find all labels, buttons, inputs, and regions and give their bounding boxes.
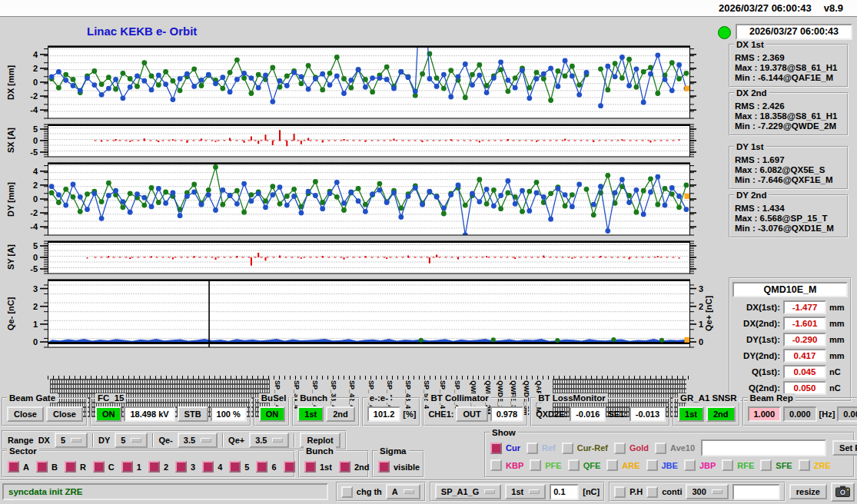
bunch-2nd-checkbox[interactable] [339, 461, 350, 472]
sector-c-checkbox[interactable] [93, 461, 105, 472]
y-axis-label-sy: SY [A] [6, 240, 15, 274]
stat-min-label: Min : [735, 121, 758, 131]
show-cur-checkbox[interactable] [490, 443, 502, 454]
show-gold-toggle[interactable]: Gold [614, 443, 649, 454]
stat-max: Max : 19.378@S8_61_H1 [735, 63, 844, 72]
bunch-2nd-toggle[interactable]: 2nd [339, 461, 370, 472]
sector-6-toggle[interactable]: 6 [256, 461, 276, 472]
conti-toggle[interactable]: conti [646, 486, 682, 498]
sector-1-checkbox[interactable] [121, 461, 133, 472]
panel-fc-15: FC_15ON18.498 kVSTB100 % [90, 397, 251, 426]
show-cur-ref-toggle[interactable]: Cur-Ref [562, 443, 608, 454]
show-gold-checkbox[interactable] [614, 443, 626, 454]
gr-a1-snsr-1st-button[interactable]: 1st [678, 406, 704, 422]
show-zre-checkbox[interactable] [799, 459, 810, 471]
show-jbe-checkbox[interactable] [646, 459, 658, 471]
count-input[interactable] [732, 484, 780, 500]
ref-name-input[interactable] [701, 439, 826, 456]
sigma-visible-checkbox[interactable] [378, 461, 390, 472]
ph-toggle[interactable]: P.H [614, 486, 643, 498]
beam-gate-close-button[interactable]: Close [46, 406, 83, 422]
threshold-a-select[interactable]: A [386, 484, 420, 499]
sector-4-checkbox[interactable] [202, 461, 214, 472]
range-qe-select[interactable]: 3.5 [249, 433, 289, 448]
conti-checkbox[interactable] [646, 486, 658, 498]
range-qe-select[interactable]: 3.5 [178, 433, 218, 448]
fc-15-on-button[interactable]: ON [95, 406, 122, 422]
sector-6-checkbox[interactable] [256, 461, 267, 472]
bunch-order-select[interactable]: 1st [505, 484, 546, 499]
sector-5-toggle[interactable]: 5 [229, 461, 249, 472]
show-rfe-checkbox[interactable] [722, 459, 733, 471]
show-jbp-toggle[interactable]: JBP [684, 459, 716, 471]
panel-title-busel: BuSel [259, 393, 289, 403]
show-ave10-toggle[interactable]: Ave10 [655, 443, 695, 454]
bt-collimator-out-button[interactable]: OUT [456, 406, 487, 422]
show-qfe-checkbox[interactable] [568, 459, 580, 471]
sector-b-toggle[interactable]: B [36, 461, 58, 472]
sector-a-toggle[interactable]: A [8, 461, 29, 472]
ph-checkbox[interactable] [614, 486, 626, 498]
sector-b-checkbox[interactable] [36, 461, 48, 472]
sector-r-checkbox[interactable] [65, 461, 76, 472]
stat-min-label: Min : [735, 175, 758, 184]
range-dy-value: 5 [121, 436, 125, 445]
sector-4-toggle[interactable]: 4 [202, 461, 222, 472]
show-cur-ref-checkbox[interactable] [562, 443, 573, 454]
sector-2-toggle[interactable]: 2 [148, 461, 168, 472]
sensor-select[interactable]: SP_A1_G [435, 484, 502, 499]
interval-value: 300 [692, 487, 706, 496]
sector-3-checkbox[interactable] [175, 461, 187, 472]
bunch-1st-button[interactable]: 1st [297, 406, 324, 422]
show-kbp-checkbox[interactable] [490, 459, 502, 471]
sector-2-checkbox[interactable] [148, 461, 160, 472]
svg-text:3: 3 [699, 284, 703, 293]
chg-th-checkbox[interactable] [341, 486, 353, 498]
stat-box-dy-1st: DY 1stRMS : 1.697Max : 6.082@QX5E_SMin :… [729, 146, 849, 190]
bunch-2nd-button[interactable]: 2nd [326, 406, 355, 422]
bt-lossmonitor-se1-value: SE1: [608, 410, 626, 419]
show-sfe-toggle[interactable]: SFE [760, 459, 792, 471]
show-ave10-checkbox[interactable] [655, 443, 666, 454]
show-rfe-toggle[interactable]: RFE [722, 459, 754, 471]
show-are-checkbox[interactable] [606, 459, 618, 471]
sigma-visible-toggle[interactable]: visible [378, 461, 420, 472]
sector-a-checkbox[interactable] [8, 461, 19, 472]
show-ref-toggle[interactable]: Ref [526, 443, 556, 454]
interval-select[interactable]: 300 [686, 484, 728, 499]
fc-15-stb-button[interactable]: STB [178, 406, 208, 422]
show-pfe-toggle[interactable]: PFE [530, 459, 561, 471]
range-dx-select[interactable]: 5 [55, 433, 88, 448]
screenshot-button[interactable] [831, 482, 855, 502]
show-jbe-toggle[interactable]: JBE [646, 459, 678, 471]
show-pfe-checkbox[interactable] [530, 459, 541, 471]
show-are-toggle[interactable]: ARE [606, 459, 639, 471]
show-ref-checkbox[interactable] [526, 443, 538, 454]
gr-a1-snsr-2nd-button[interactable]: 2nd [706, 406, 736, 422]
chg-th-toggle[interactable]: chg th [341, 486, 382, 498]
panel-title-bt-collimator: BT Collimator [428, 393, 490, 403]
resize-button[interactable]: resize [789, 484, 827, 499]
sector-5-checkbox[interactable] [229, 461, 241, 472]
busel-on-button[interactable]: ON [259, 406, 286, 422]
show-qfe-toggle[interactable]: QFE [568, 459, 601, 471]
show-zre-toggle[interactable]: ZRE [799, 459, 831, 471]
show-jbp-checkbox[interactable] [684, 459, 696, 471]
range-dy-select[interactable]: 5 [115, 433, 148, 448]
show-kbp-toggle[interactable]: KBP [490, 459, 523, 471]
show-cur-toggle[interactable]: Cur [490, 443, 520, 454]
bunch-1st-toggle[interactable]: 1st [304, 461, 332, 472]
sector-3-toggle[interactable]: 3 [175, 461, 195, 472]
show-sfe-checkbox[interactable] [760, 459, 772, 471]
sector-r-toggle[interactable]: R [65, 461, 86, 472]
beam-gate-close-button[interactable]: Close [7, 406, 44, 422]
charge-threshold-input[interactable] [550, 484, 579, 500]
replot-button[interactable]: Replot [300, 433, 340, 448]
option-menu-glyph [71, 438, 81, 443]
bunch-1st-checkbox[interactable] [304, 461, 316, 472]
set-ref-button[interactable]: Set Ref [832, 440, 857, 456]
sector-panel: Sector ABRC123456BT [2, 450, 295, 478]
sector-c-toggle[interactable]: C [93, 461, 115, 472]
sector-bt-checkbox[interactable] [284, 461, 295, 472]
sector-1-toggle[interactable]: 1 [121, 461, 141, 472]
